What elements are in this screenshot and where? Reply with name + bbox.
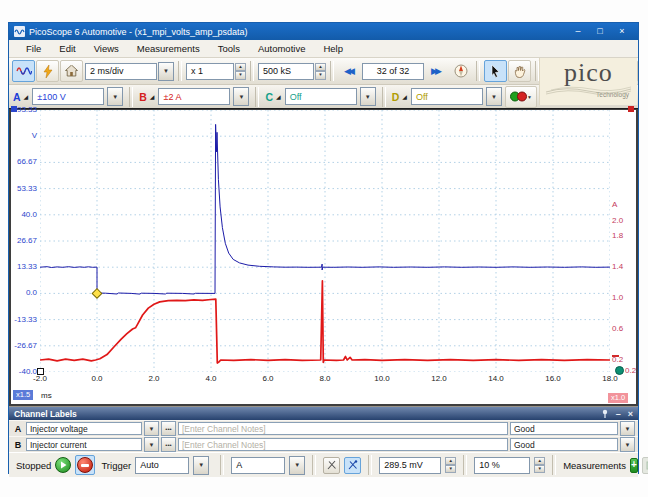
- y-axis-label-right: 0.6: [612, 324, 623, 333]
- rewind-icon: ◀◀: [344, 66, 355, 76]
- trigger-level-spinner[interactable]: ▲▼: [445, 457, 456, 473]
- separator: [330, 61, 334, 81]
- vertical-zoom-badge[interactable]: x1.5: [13, 390, 33, 400]
- menu-edit[interactable]: Edit: [50, 43, 84, 54]
- start-button[interactable]: [55, 457, 71, 473]
- row-b-quality-select[interactable]: Good: [510, 438, 618, 451]
- menu-automotive[interactable]: Automotive: [249, 43, 315, 54]
- zoom-multiplier-field[interactable]: x 1: [186, 63, 234, 80]
- x-axis-label: 2.0: [139, 374, 169, 383]
- pretrigger-field[interactable]: 10 %: [474, 457, 530, 474]
- separator: [382, 87, 386, 107]
- pin-icon[interactable]: [601, 409, 609, 418]
- channel-b-range-select[interactable]: ±2 A: [158, 88, 230, 105]
- channel-labels-panel: Channel Labels – × A Injector voltage ▼ …: [9, 406, 638, 452]
- window-title: PicoScope 6 Automotive - (x1_mpi_volts_a…: [29, 27, 248, 37]
- channel-labels-titlebar: Channel Labels – ×: [9, 407, 638, 420]
- row-a-notes-input[interactable]: [178, 422, 508, 435]
- row-a-name-select[interactable]: Injector voltage: [26, 422, 142, 435]
- trigger-marker-advanced-button[interactable]: [344, 457, 361, 474]
- autosetup-button[interactable]: [36, 60, 59, 82]
- stop-button-selected[interactable]: [75, 455, 95, 475]
- separator: [250, 61, 254, 81]
- channel-d-range-select[interactable]: Off: [411, 88, 483, 105]
- maximize-button[interactable]: □: [589, 23, 611, 40]
- fast-forward-icon: ▶▶: [431, 66, 442, 76]
- edit-measurement-button[interactable]: [642, 457, 648, 474]
- row-b-more-button[interactable]: •••: [161, 437, 176, 452]
- all-channels-button[interactable]: ▼: [505, 86, 537, 108]
- y-axis-label-left: 93.33: [11, 105, 37, 114]
- channel-c-range-select[interactable]: Off: [285, 88, 357, 105]
- panel-minimize-icon[interactable]: –: [616, 409, 621, 419]
- hand-icon: [514, 65, 526, 78]
- channel-d-chevron-icon[interactable]: ▼: [486, 87, 502, 106]
- menu-help[interactable]: Help: [314, 43, 352, 54]
- trigger-source-select[interactable]: A: [231, 457, 285, 474]
- trigger-marker-advanced-icon: [348, 460, 358, 470]
- buffer-navigator-button[interactable]: [449, 60, 472, 82]
- samples-field[interactable]: 500 kS: [258, 63, 314, 80]
- row-b-name-select[interactable]: Injector current: [26, 438, 142, 451]
- probe-icon: ◢: [24, 93, 29, 100]
- zoom-multiplier-spinner[interactable]: ▲▼: [235, 63, 246, 80]
- trigger-mode-select[interactable]: Auto: [135, 457, 189, 474]
- x-axis-label: -2.0: [25, 374, 55, 383]
- waveform-plot[interactable]: [40, 110, 610, 372]
- y-axis-label-left: V: [11, 131, 37, 140]
- menu-views[interactable]: Views: [85, 43, 128, 54]
- buffer-prev-button[interactable]: ◀◀: [338, 60, 361, 82]
- title-bar[interactable]: PicoScope 6 Automotive - (x1_mpi_volts_a…: [9, 23, 638, 40]
- select-tool-button[interactable]: [484, 60, 507, 82]
- row-a-quality-chevron-icon[interactable]: ▼: [620, 421, 635, 436]
- channel-c-chevron-icon[interactable]: ▼: [360, 87, 376, 106]
- stop-button[interactable]: [77, 457, 93, 473]
- panel-close-icon[interactable]: ×: [628, 409, 633, 419]
- minimize-button[interactable]: –: [567, 23, 589, 40]
- pan-tool-button[interactable]: [508, 60, 531, 82]
- trigger-source-chevron-icon[interactable]: ▼: [289, 456, 305, 475]
- channel-b-overrange-marker: [628, 106, 634, 112]
- home-button[interactable]: [60, 60, 83, 82]
- x-axis-label: 18.0: [595, 374, 625, 383]
- measurements-label: Measurements: [563, 460, 626, 471]
- y-axis-label-left: -13.33: [11, 315, 37, 324]
- y-axis-label-left: 66.67: [11, 157, 37, 166]
- row-a-quality-select[interactable]: Good: [510, 422, 618, 435]
- y-axis-label-left: 40.0: [11, 210, 37, 219]
- timebase-select[interactable]: 2 ms/div: [85, 63, 157, 80]
- waveform-icon: [16, 65, 32, 77]
- samples-spinner[interactable]: ▲▼: [315, 63, 326, 80]
- channel-a-chevron-icon[interactable]: ▼: [107, 87, 123, 106]
- right-axis-zoom-badge[interactable]: x1.0: [608, 393, 628, 403]
- row-b-quality-chevron-icon[interactable]: ▼: [620, 437, 635, 452]
- pretrigger-spinner[interactable]: ▲▼: [534, 457, 545, 473]
- timebase-chevron-icon[interactable]: ▼: [158, 62, 174, 81]
- y-axis-label-left: 53.33: [11, 184, 37, 193]
- trigger-level-field[interactable]: 289.5 mV: [379, 457, 441, 474]
- buffer-position-field[interactable]: 32 of 32: [362, 63, 424, 80]
- row-b-chevron-icon[interactable]: ▼: [144, 437, 159, 452]
- menu-file[interactable]: File: [17, 43, 50, 54]
- trigger-mode-chevron-icon[interactable]: ▼: [193, 456, 209, 475]
- separator: [476, 61, 480, 81]
- channel-b-chevron-icon[interactable]: ▼: [233, 87, 249, 106]
- stop-icon: [81, 464, 89, 467]
- app-icon: [14, 26, 25, 37]
- channel-a-range-select[interactable]: ±100 V: [32, 88, 104, 105]
- close-button[interactable]: ×: [611, 23, 633, 40]
- add-measurement-button[interactable]: +: [630, 458, 638, 473]
- trigger-marker[interactable]: [92, 289, 102, 299]
- row-a-more-button[interactable]: •••: [161, 421, 176, 436]
- screenshot-root: PicoScope 6 Automotive - (x1_mpi_volts_a…: [0, 0, 648, 497]
- scope-view-button[interactable]: [12, 60, 35, 82]
- x-axis-label: 6.0: [253, 374, 283, 383]
- buffer-next-button[interactable]: ▶▶: [425, 60, 448, 82]
- row-b-notes-input[interactable]: [178, 438, 508, 451]
- menu-tools[interactable]: Tools: [209, 43, 249, 54]
- separator: [463, 455, 467, 475]
- row-b-letter: B: [12, 440, 24, 450]
- trigger-marker-button[interactable]: [323, 457, 340, 474]
- row-a-chevron-icon[interactable]: ▼: [144, 421, 159, 436]
- menu-measurements[interactable]: Measurements: [128, 43, 209, 54]
